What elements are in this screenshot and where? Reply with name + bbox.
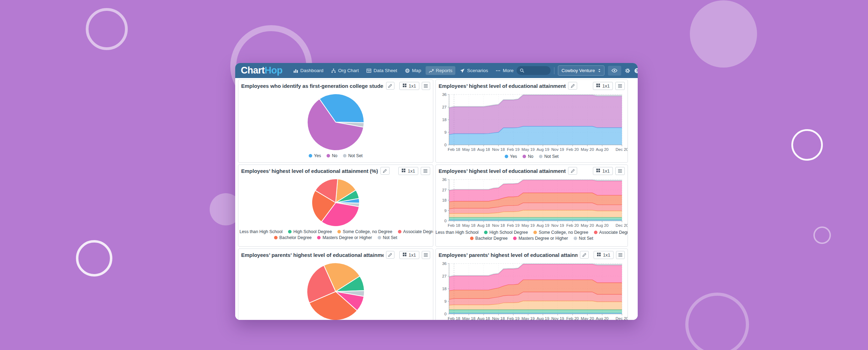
decor-ring	[685, 293, 749, 350]
area-chart: 09182736Feb 18May 18Aug 18Nov 18Feb 19Ma…	[437, 177, 626, 229]
svg-text:36: 36	[442, 261, 447, 266]
nav-item-label: Data Sheet	[373, 68, 397, 73]
nav-item-label: Org Chart	[338, 68, 359, 73]
svg-text:Nov 19: Nov 19	[551, 316, 564, 320]
chart-menu-button[interactable]	[615, 167, 625, 175]
edit-chart-button[interactable]	[386, 251, 394, 259]
legend-dot	[574, 237, 577, 240]
svg-text:Aug 20: Aug 20	[596, 316, 608, 320]
svg-text:May 20: May 20	[581, 316, 594, 320]
edit-chart-button[interactable]	[380, 167, 390, 175]
nav-item-label: More	[503, 68, 513, 73]
app-window: ChartHop DashboardOrg ChartData SheetMap…	[235, 63, 638, 320]
chart-menu-button[interactable]	[615, 82, 625, 90]
svg-text:36: 36	[442, 177, 447, 182]
legend-dot	[523, 155, 526, 158]
svg-text:Feb 18: Feb 18	[448, 223, 460, 227]
chart-legend: YesNoNot Set	[238, 153, 433, 158]
legend-dot	[539, 155, 542, 158]
legend-item-less-than-high-school: Less than High School	[435, 230, 478, 235]
decor-ring	[813, 226, 831, 244]
grid-icon	[402, 83, 407, 89]
legend-dot	[309, 154, 312, 158]
legend-dot	[398, 230, 401, 233]
svg-text:Feb 20: Feb 20	[566, 223, 579, 227]
view-mode-button[interactable]	[608, 66, 621, 76]
reports-icon	[429, 68, 434, 73]
legend-item-yes: Yes	[505, 154, 517, 159]
svg-text:0: 0	[444, 143, 447, 147]
svg-text:9: 9	[444, 130, 447, 134]
legend-item-associate-degree: Associate Degree	[594, 230, 628, 235]
legend-item-less-than-high-school: Less than High School	[238, 229, 282, 234]
legend-item-bachelor-degree: Bachelor Degree	[470, 236, 507, 241]
chart-legend: Less than High SchoolHigh School DegreeS…	[436, 230, 628, 241]
help-button[interactable]: ?	[634, 68, 638, 74]
svg-text:May 18: May 18	[462, 147, 476, 152]
nav-item-org-chart[interactable]: Org Chart	[328, 66, 362, 75]
nav-item-label: Scenarios	[467, 68, 488, 73]
chart-size-button[interactable]: 1x1	[593, 82, 613, 90]
legend-item-no: No	[523, 154, 533, 159]
search-icon	[520, 68, 524, 73]
pie-chart	[241, 92, 430, 153]
legend-item-yes: Yes	[309, 153, 321, 158]
legend-item-associate-degree: Associate Degree	[398, 229, 433, 234]
chart-title: Employees’ highest level of educational …	[439, 83, 566, 89]
nav-item-reports[interactable]: Reports	[426, 66, 455, 75]
chart-size-button[interactable]: 1x1	[399, 251, 419, 259]
charthop-logo[interactable]: ChartHop	[241, 65, 282, 76]
settings-gear-button[interactable]	[625, 68, 631, 74]
chart-menu-button[interactable]	[421, 167, 430, 175]
edit-chart-button[interactable]	[568, 167, 577, 175]
svg-text:Feb 19: Feb 19	[507, 147, 520, 152]
nav-item-data-sheet[interactable]: Data Sheet	[363, 66, 400, 75]
svg-text:27: 27	[442, 188, 447, 192]
chart-card-education-area-2: Employees’ highest level of educational …	[435, 164, 628, 247]
nav-item-more[interactable]: More	[492, 66, 517, 75]
grid-icon	[596, 83, 600, 89]
svg-text:?: ?	[636, 69, 638, 72]
svg-text:May 19: May 19	[522, 223, 535, 227]
pie-chart	[241, 177, 430, 229]
chart-size-button[interactable]: 1x1	[399, 82, 419, 90]
chart-size-button[interactable]: 1x1	[398, 167, 418, 175]
nav-item-label: Map	[412, 68, 421, 73]
edit-chart-button[interactable]	[568, 82, 577, 90]
chart-size-button[interactable]: 1x1	[593, 167, 613, 175]
svg-text:18: 18	[442, 287, 447, 291]
chart-menu-button[interactable]	[616, 251, 625, 259]
legend-item-high-school-degree: High School Degree	[484, 230, 528, 235]
edit-chart-button[interactable]	[386, 82, 394, 90]
chart-menu-button[interactable]	[422, 82, 430, 90]
pie-chart	[241, 261, 430, 320]
grid-icon	[401, 168, 406, 174]
chart-size-button[interactable]: 1x1	[594, 251, 614, 259]
svg-text:May 19: May 19	[522, 147, 535, 152]
chart-title: Employees’ highest level of educational …	[439, 168, 566, 174]
decor-ring	[76, 240, 112, 276]
legend-dot	[274, 236, 278, 239]
nav-item-map[interactable]: Map	[402, 66, 424, 75]
legend-dot	[533, 231, 537, 234]
area-chart: 09182736Feb 18May 18Aug 18Nov 18Feb 19Ma…	[437, 261, 626, 320]
svg-text:Nov 19: Nov 19	[551, 147, 564, 152]
navbar-divider	[554, 67, 554, 74]
nav-item-scenarios[interactable]: Scenarios	[457, 66, 491, 75]
edit-chart-button[interactable]	[580, 251, 588, 259]
legend-dot	[484, 231, 488, 234]
navbar-right-cluster: Cowboy Venture ?	[517, 65, 638, 77]
svg-text:Aug 20: Aug 20	[596, 223, 608, 227]
svg-text:Feb 18: Feb 18	[448, 147, 460, 152]
svg-text:Nov 18: Nov 18	[492, 147, 505, 152]
legend-item-not-set: Not Set	[343, 153, 363, 158]
svg-text:18: 18	[442, 118, 447, 122]
svg-text:May 19: May 19	[522, 316, 535, 320]
svg-text:Feb 19: Feb 19	[507, 316, 520, 320]
org-selector-dropdown[interactable]: Cowboy Venture	[558, 65, 604, 76]
chevron-up-down-icon	[598, 68, 601, 73]
legend-item-high-school-degree: High School Degree	[288, 229, 332, 234]
nav-item-dashboard[interactable]: Dashboard	[290, 66, 327, 75]
chart-menu-button[interactable]	[422, 251, 430, 259]
search-input[interactable]	[517, 66, 551, 75]
